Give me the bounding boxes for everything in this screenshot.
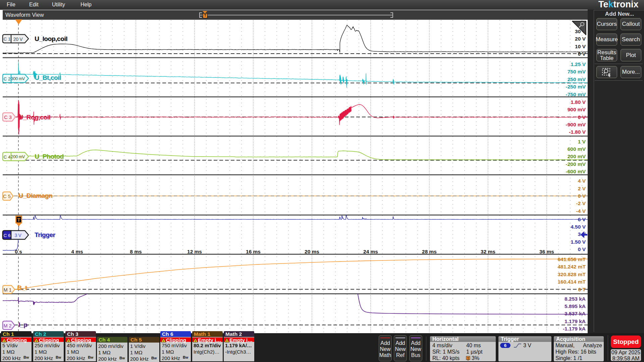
svg-text:-200 mV: -200 mV bbox=[566, 161, 586, 167]
svg-text:1.25 V: 1.25 V bbox=[571, 61, 586, 67]
svg-text:8.253 kA: 8.253 kA bbox=[565, 296, 586, 302]
svg-text:2 V: 2 V bbox=[578, 186, 586, 191]
svg-text:300 mV: 300 mV bbox=[11, 76, 25, 81]
svg-text:4 ms: 4 ms bbox=[71, 249, 83, 254]
svg-text:0 s: 0 s bbox=[15, 249, 22, 254]
svg-text:36 ms: 36 ms bbox=[539, 249, 554, 254]
svg-text:5.895 kA: 5.895 kA bbox=[565, 303, 586, 309]
svg-text:320.828 mT: 320.828 mT bbox=[557, 272, 586, 277]
svg-text:250 mV: 250 mV bbox=[568, 76, 586, 82]
svg-text:Trigger: Trigger bbox=[35, 231, 56, 238]
svg-text:6 V: 6 V bbox=[578, 217, 586, 222]
svg-text:1.50 V: 1.50 V bbox=[571, 239, 586, 245]
svg-text:0 V: 0 V bbox=[578, 114, 586, 120]
svg-text:-750 mV: -750 mV bbox=[566, 92, 586, 97]
svg-text:-4 V: -4 V bbox=[576, 208, 586, 214]
svg-text:0 V: 0 V bbox=[578, 246, 586, 252]
svg-text:C 4: C 4 bbox=[3, 155, 11, 160]
svg-text:U_Bt,coil: U_Bt,coil bbox=[35, 74, 61, 81]
svg-text:160.414 mT: 160.414 mT bbox=[557, 279, 586, 285]
svg-text:U_loop,coil: U_loop,coil bbox=[35, 35, 67, 42]
svg-text:0 V: 0 V bbox=[578, 193, 586, 199]
svg-text:4.50 V: 4.50 V bbox=[571, 224, 586, 230]
svg-text:M 1: M 1 bbox=[3, 287, 11, 293]
svg-text:T: T bbox=[17, 217, 20, 223]
svg-text:T: T bbox=[467, 357, 469, 360]
svg-text:0 V: 0 V bbox=[578, 51, 586, 57]
svg-text:C 3: C 3 bbox=[4, 115, 12, 120]
svg-text:-900 mV: -900 mV bbox=[566, 122, 586, 127]
svg-text:8 ms: 8 ms bbox=[130, 249, 142, 254]
svg-text:481.242 mT: 481.242 mT bbox=[557, 264, 586, 269]
svg-text:32 ms: 32 ms bbox=[481, 249, 495, 254]
svg-text:10 V: 10 V bbox=[575, 44, 586, 49]
svg-text:0 T: 0 T bbox=[578, 287, 586, 292]
svg-text:12 ms: 12 ms bbox=[187, 249, 202, 254]
svg-text:20 V: 20 V bbox=[575, 36, 586, 42]
svg-text:C 2: C 2 bbox=[3, 76, 10, 81]
svg-text:-1.179 kA: -1.179 kA bbox=[563, 326, 586, 331]
svg-text:24 ms: 24 ms bbox=[363, 249, 378, 254]
svg-text:200 mV: 200 mV bbox=[568, 154, 586, 159]
svg-text:20 V: 20 V bbox=[13, 37, 23, 42]
svg-text:I_p: I_p bbox=[18, 321, 27, 328]
svg-text:600 mV: 600 mV bbox=[568, 146, 586, 152]
svg-text:200 mV: 200 mV bbox=[11, 155, 25, 159]
svg-text:-250 mV: -250 mV bbox=[566, 84, 586, 89]
svg-text:20 ms: 20 ms bbox=[305, 249, 319, 254]
svg-text:3 V: 3 V bbox=[14, 233, 21, 238]
svg-text:-2 V: -2 V bbox=[576, 200, 586, 206]
svg-text:-600 mV: -600 mV bbox=[566, 169, 586, 174]
svg-text:C 5: C 5 bbox=[3, 194, 11, 199]
svg-text:641.656 mT: 641.656 mT bbox=[557, 256, 586, 262]
svg-text:U_Photod: U_Photod bbox=[35, 153, 64, 160]
svg-text:-1.80 V: -1.80 V bbox=[569, 129, 586, 135]
svg-text:3.537 kA: 3.537 kA bbox=[565, 311, 586, 316]
svg-text:M 2: M 2 bbox=[3, 323, 11, 328]
svg-text:900 mV: 900 mV bbox=[568, 107, 586, 112]
svg-text:1 V: 1 V bbox=[578, 139, 586, 144]
svg-text:U_Diamagn: U_Diamagn bbox=[18, 192, 52, 199]
svg-text:1.80 V: 1.80 V bbox=[571, 99, 586, 105]
svg-text:C 1: C 1 bbox=[3, 37, 10, 42]
svg-text:4 V: 4 V bbox=[578, 178, 586, 184]
svg-text:U_Rog,coil: U_Rog,coil bbox=[18, 114, 50, 121]
svg-text:T: T bbox=[204, 13, 206, 17]
svg-text:750 mV: 750 mV bbox=[568, 69, 586, 74]
svg-text:16 ms: 16 ms bbox=[246, 249, 261, 254]
svg-text:1.179 kA: 1.179 kA bbox=[565, 318, 586, 324]
svg-text:28 ms: 28 ms bbox=[422, 249, 437, 254]
svg-text:B_t: B_t bbox=[17, 284, 27, 291]
svg-text:C 6: C 6 bbox=[3, 233, 10, 238]
